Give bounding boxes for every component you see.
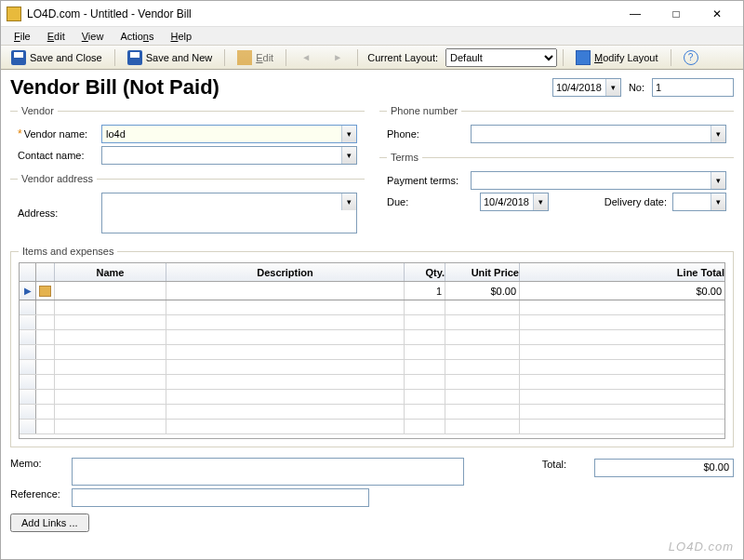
col-icon[interactable] <box>36 263 55 281</box>
page-title: Vendor Bill (Not Paid) <box>10 75 219 100</box>
table-row[interactable] <box>20 300 724 315</box>
table-row[interactable] <box>20 330 724 345</box>
separator <box>286 49 286 66</box>
cell-line-total[interactable]: $0.00 <box>520 282 724 300</box>
close-button[interactable]: ✕ <box>697 4 737 24</box>
bill-date-field[interactable]: ▾ <box>552 78 621 97</box>
table-row[interactable]: ▶ 1 $0.00 $0.00 <box>20 282 724 300</box>
row-selector[interactable]: ▶ <box>20 282 36 300</box>
chevron-down-icon[interactable]: ▾ <box>341 126 356 142</box>
separator <box>224 49 225 66</box>
cell-name[interactable] <box>55 282 166 300</box>
grid-body[interactable]: ▶ 1 $0.00 $0.00 <box>20 282 724 438</box>
memo-label: Memo: <box>10 458 66 469</box>
modify-layout-label: Modify Layout <box>594 52 658 63</box>
row-icon-cell <box>36 282 55 300</box>
separator <box>114 49 115 66</box>
menu-file[interactable]: File <box>7 29 38 44</box>
arrow-left-icon: ◄ <box>299 50 313 65</box>
layout-icon <box>576 50 591 65</box>
package-icon <box>39 286 51 297</box>
menu-help[interactable]: Help <box>163 29 199 44</box>
separator <box>357 49 358 66</box>
save-and-close-button[interactable]: Save and Close <box>5 47 109 68</box>
modify-layout-button[interactable]: Modify Layout <box>569 47 665 68</box>
current-layout-label: Current Layout: <box>364 52 442 63</box>
phone-field[interactable]: ▾ <box>471 125 726 143</box>
minimize-button[interactable]: — <box>615 4 656 24</box>
col-line-total[interactable]: Line Total <box>520 263 724 281</box>
contact-name-input[interactable] <box>102 147 341 164</box>
save-close-label: Save and Close <box>30 52 102 63</box>
separator <box>563 49 564 66</box>
total-label: Total: <box>542 459 566 470</box>
address-input[interactable] <box>102 193 341 233</box>
title-bar: LO4D.com - Untitled - Vendor Bill — □ ✕ <box>1 1 743 27</box>
col-unit-price[interactable]: Unit Price <box>445 263 520 281</box>
edit-button: Edit <box>231 47 280 68</box>
contact-name-field[interactable]: ▾ <box>101 146 357 165</box>
due-date-input[interactable] <box>481 196 533 207</box>
arrow-right-icon: ► <box>330 50 345 65</box>
delivery-date-input[interactable] <box>673 196 711 207</box>
items-legend: Items and expenses <box>19 246 117 257</box>
window-title: LO4D.com - Untitled - Vendor Bill <box>27 7 615 20</box>
help-button[interactable]: ? <box>677 47 705 68</box>
items-grid: Name Description Qty. Unit Price Line To… <box>19 262 725 439</box>
payment-terms-input[interactable] <box>472 172 711 189</box>
table-row[interactable] <box>20 375 724 390</box>
chevron-down-icon[interactable]: ▾ <box>341 193 356 210</box>
phone-label: Phone: <box>387 128 465 140</box>
vendor-name-input[interactable] <box>102 126 341 142</box>
chevron-down-icon[interactable]: ▾ <box>533 193 548 210</box>
due-date-field[interactable]: ▾ <box>480 193 549 211</box>
col-name[interactable]: Name <box>55 263 166 281</box>
table-row[interactable] <box>20 315 724 330</box>
cell-qty[interactable]: 1 <box>405 282 445 300</box>
menu-view[interactable]: View <box>74 29 112 44</box>
toolbar: Save and Close Save and New Edit ◄ ► Cur… <box>1 46 743 70</box>
table-row[interactable] <box>20 360 724 375</box>
col-description[interactable]: Description <box>166 263 405 281</box>
save-and-new-button[interactable]: Save and New <box>121 47 219 68</box>
maximize-button[interactable]: □ <box>656 4 697 24</box>
cell-unit-price[interactable]: $0.00 <box>445 282 520 300</box>
address-label: Address: <box>18 207 96 219</box>
chevron-down-icon[interactable]: ▾ <box>711 193 725 210</box>
phone-input[interactable] <box>472 126 711 142</box>
payment-terms-label: Payment terms: <box>387 175 465 186</box>
total-value: $0.00 <box>594 459 734 477</box>
separator <box>671 49 671 66</box>
table-row[interactable] <box>20 390 724 405</box>
delivery-date-field[interactable]: ▾ <box>672 193 726 211</box>
chevron-down-icon[interactable]: ▾ <box>341 147 356 164</box>
vendor-name-label: Vendor name: <box>24 128 88 140</box>
add-links-button[interactable]: Add Links ... <box>10 513 89 532</box>
col-selector[interactable] <box>20 263 36 281</box>
due-label: Due: <box>387 196 474 207</box>
contact-name-label: Contact name: <box>18 150 96 161</box>
menu-actions[interactable]: Actions <box>113 29 161 44</box>
cell-desc[interactable] <box>166 282 405 300</box>
col-qty[interactable]: Qty. <box>405 263 445 281</box>
payment-terms-field[interactable]: ▾ <box>471 171 726 190</box>
address-field[interactable]: ▾ <box>101 193 357 233</box>
chevron-down-icon[interactable]: ▾ <box>605 79 620 96</box>
table-row[interactable] <box>20 405 724 420</box>
vendor-name-field[interactable]: ▾ <box>101 125 357 143</box>
next-button: ► <box>324 47 352 68</box>
app-icon <box>7 7 21 21</box>
chevron-down-icon[interactable]: ▾ <box>711 126 725 142</box>
chevron-down-icon[interactable]: ▾ <box>711 172 725 189</box>
no-input[interactable] <box>652 78 734 97</box>
bill-date-input[interactable] <box>553 82 605 93</box>
edit-label: Edit <box>256 52 273 63</box>
table-row[interactable] <box>20 420 724 434</box>
reference-input[interactable] <box>72 488 369 507</box>
terms-legend: Terms <box>387 152 422 163</box>
vendor-address-legend: Vendor address <box>18 173 97 184</box>
layout-select[interactable]: Default <box>445 48 557 67</box>
memo-input[interactable] <box>72 458 464 486</box>
menu-edit[interactable]: Edit <box>40 29 73 44</box>
table-row[interactable] <box>20 345 724 360</box>
